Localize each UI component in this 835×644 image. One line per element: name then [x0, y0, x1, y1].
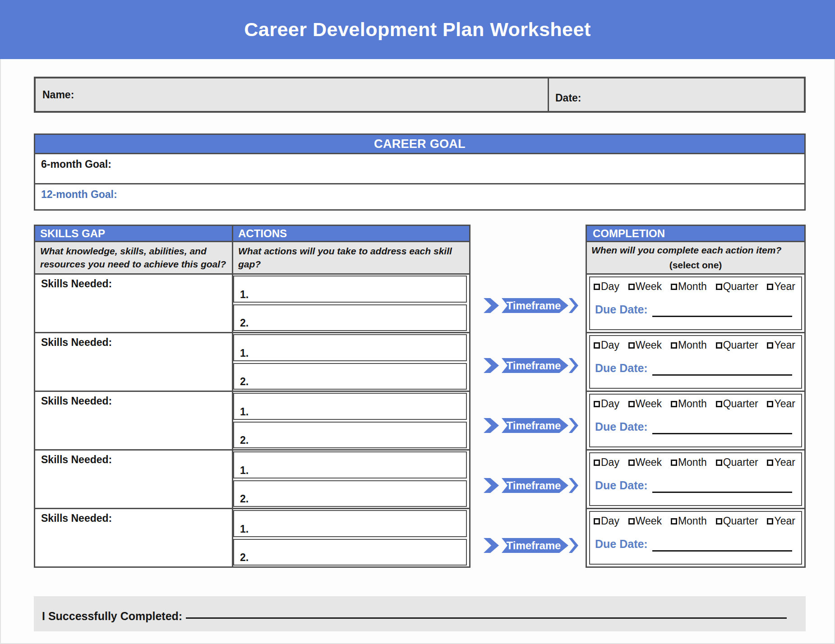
skills-needed-label: Skills Needed:: [41, 454, 112, 465]
checkbox-icon[interactable]: [671, 342, 677, 349]
page-title: Career Development Plan Worksheet: [244, 18, 590, 41]
action-line-1[interactable]: 1.: [233, 510, 467, 537]
option-day[interactable]: Day: [594, 398, 619, 410]
name-field[interactable]: Name:: [36, 78, 549, 111]
option-year[interactable]: Year: [767, 398, 795, 410]
skills-needed-cell[interactable]: Skills Needed:: [35, 275, 233, 332]
option-week[interactable]: Week: [628, 515, 662, 527]
checkbox-icon[interactable]: [716, 401, 722, 407]
checkbox-icon[interactable]: [594, 518, 600, 524]
completion-subtitle: When will you complete each action item?: [591, 245, 800, 256]
option-month[interactable]: Month: [671, 339, 707, 351]
skills-needed-cell[interactable]: Skills Needed:: [35, 451, 233, 508]
option-week[interactable]: Week: [628, 281, 662, 293]
completed-line[interactable]: [186, 608, 787, 619]
action-line-1[interactable]: 1.: [233, 393, 467, 420]
date-field[interactable]: Date:: [549, 78, 804, 111]
option-year[interactable]: Year: [767, 456, 795, 469]
skills-row: Skills Needed: 1. 2.: [35, 391, 469, 449]
due-date-line[interactable]: [652, 542, 792, 552]
checkbox-icon[interactable]: [767, 401, 773, 407]
twelve-month-goal-field[interactable]: 12-month Goal:: [35, 183, 804, 209]
timeframe-label: Timeframe: [507, 479, 561, 492]
checkbox-icon[interactable]: [671, 401, 677, 407]
action-number: 2.: [240, 376, 249, 388]
option-year[interactable]: Year: [767, 339, 795, 351]
checkbox-icon[interactable]: [594, 401, 600, 407]
option-quarter[interactable]: Quarter: [716, 281, 758, 293]
checkbox-icon[interactable]: [628, 518, 635, 524]
checkbox-icon[interactable]: [628, 460, 635, 466]
due-date-line[interactable]: [652, 366, 792, 376]
option-label: Quarter: [723, 339, 758, 351]
option-week[interactable]: Week: [628, 339, 662, 351]
checkbox-icon[interactable]: [628, 342, 635, 349]
option-year[interactable]: Year: [767, 281, 795, 293]
option-label: Week: [636, 456, 662, 469]
option-quarter[interactable]: Quarter: [716, 398, 758, 410]
option-day[interactable]: Day: [594, 339, 619, 351]
due-date-line[interactable]: [652, 307, 792, 317]
skills-needed-cell[interactable]: Skills Needed:: [35, 509, 233, 566]
checkbox-icon[interactable]: [767, 460, 773, 466]
option-day[interactable]: Day: [594, 515, 619, 527]
skills-needed-cell[interactable]: Skills Needed:: [35, 333, 233, 391]
checkbox-icon[interactable]: [594, 342, 600, 349]
skills-needed-cell[interactable]: Skills Needed:: [35, 392, 233, 449]
due-date-line[interactable]: [652, 483, 792, 493]
option-week[interactable]: Week: [628, 456, 662, 469]
skills-gap-header: SKILLS GAP: [35, 226, 233, 241]
checkbox-icon[interactable]: [767, 342, 773, 349]
action-line-2[interactable]: 2.: [233, 422, 467, 449]
timeframe-label: Timeframe: [507, 359, 561, 372]
action-line-2[interactable]: 2.: [233, 539, 467, 566]
chevron-right-icon: [569, 298, 578, 313]
checkbox-icon[interactable]: [716, 342, 722, 349]
checkbox-icon[interactable]: [628, 284, 635, 290]
action-line-2[interactable]: 2.: [233, 363, 467, 390]
checkbox-icon[interactable]: [594, 284, 600, 290]
checkbox-icon[interactable]: [767, 518, 773, 524]
action-line-1[interactable]: 1.: [233, 276, 467, 303]
option-month[interactable]: Month: [671, 281, 707, 293]
checkbox-icon[interactable]: [671, 460, 677, 466]
checkbox-icon[interactable]: [716, 518, 722, 524]
option-month[interactable]: Month: [671, 398, 707, 410]
option-month[interactable]: Month: [671, 515, 707, 527]
option-week[interactable]: Week: [628, 398, 662, 410]
six-month-goal-field[interactable]: 6-month Goal:: [35, 153, 804, 183]
action-line-1[interactable]: 1.: [233, 334, 467, 361]
action-number: 1.: [240, 523, 249, 535]
checkbox-icon[interactable]: [767, 284, 773, 290]
skills-actions-table: SKILLS GAP ACTIONS What knowledge, skill…: [34, 225, 471, 568]
timeframe-arrow: Timeframe: [484, 298, 578, 313]
checkbox-icon[interactable]: [716, 460, 722, 466]
option-quarter[interactable]: Quarter: [716, 456, 758, 469]
option-label: Month: [678, 515, 707, 527]
option-quarter[interactable]: Quarter: [716, 339, 758, 351]
completion-subtitle-row: When will you complete each action item?…: [587, 241, 804, 273]
option-day[interactable]: Day: [594, 281, 619, 293]
action-line-1[interactable]: 1.: [233, 451, 467, 478]
due-date-line[interactable]: [652, 424, 792, 434]
option-label: Month: [678, 281, 707, 293]
option-label: Quarter: [723, 456, 758, 469]
timeframe-arrow: Timeframe: [484, 358, 578, 373]
option-label: Quarter: [723, 515, 758, 527]
checkbox-icon[interactable]: [594, 460, 600, 466]
option-year[interactable]: Year: [767, 515, 795, 527]
option-day[interactable]: Day: [594, 456, 619, 469]
twelve-month-goal-label: 12-month Goal:: [41, 189, 117, 200]
title-bar: Career Development Plan Worksheet: [0, 0, 835, 59]
checkbox-icon[interactable]: [628, 401, 635, 407]
name-label: Name:: [42, 89, 74, 101]
checkbox-icon[interactable]: [671, 284, 677, 290]
due-date-label: Due Date:: [595, 538, 648, 550]
option-label: Year: [774, 515, 795, 527]
option-month[interactable]: Month: [671, 456, 707, 469]
action-line-2[interactable]: 2.: [233, 304, 467, 331]
checkbox-icon[interactable]: [716, 284, 722, 290]
checkbox-icon[interactable]: [671, 518, 677, 524]
option-quarter[interactable]: Quarter: [716, 515, 758, 527]
action-line-2[interactable]: 2.: [233, 480, 467, 507]
